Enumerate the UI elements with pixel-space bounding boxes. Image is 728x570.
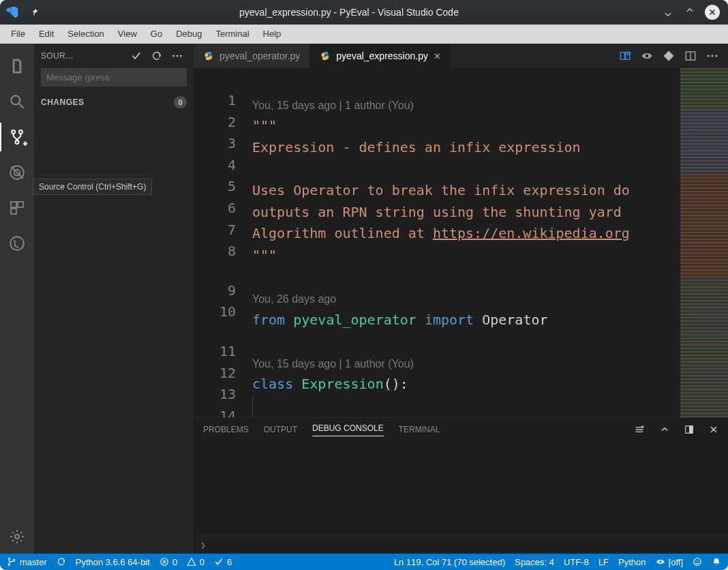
svg-point-22 (712, 55, 714, 57)
code-content[interactable]: You, 15 days ago | 1 author (You) """ Ex… (248, 68, 680, 417)
code-lens[interactable]: You, 26 days ago (252, 293, 336, 305)
commit-message-input[interactable] (41, 68, 187, 87)
sidebar-source-control: SOUR… CHANGES 0 (34, 44, 194, 554)
status-feedback-icon[interactable] (693, 557, 702, 567)
window-maximize-button[interactable] (683, 5, 697, 19)
debug-console-input[interactable]: ❯ (194, 536, 728, 554)
svg-point-27 (8, 564, 10, 566)
changes-count: 0 (174, 96, 187, 108)
menu-debug[interactable]: Debug (169, 25, 209, 44)
status-sync[interactable] (57, 557, 66, 567)
sidebar-title: SOUR… (41, 51, 125, 61)
window-minimize-button[interactable] (661, 5, 675, 19)
activity-bar: Source Control (Ctrl+Shift+G) (0, 44, 34, 554)
svg-rect-15 (620, 52, 624, 60)
code-lens[interactable]: You, 15 days ago | 1 author (You) (252, 358, 414, 370)
more-icon[interactable] (172, 54, 187, 58)
status-problems[interactable]: 0 0 (160, 557, 204, 567)
activity-source-control[interactable] (0, 120, 34, 154)
activity-debug[interactable] (0, 155, 34, 190)
commit-message-field[interactable] (41, 68, 187, 87)
svg-point-0 (11, 95, 20, 104)
svg-point-18 (646, 55, 649, 58)
status-notifications-icon[interactable] (712, 557, 721, 567)
panel-tab-bar: PROBLEMS OUTPUT DEBUG CONSOLE TERMINAL (194, 418, 728, 441)
activity-settings[interactable] (0, 520, 34, 554)
minimap[interactable] (680, 68, 728, 417)
panel-tab-terminal[interactable]: TERMINAL (399, 425, 440, 434)
menu-file[interactable]: File (4, 25, 32, 44)
changes-section[interactable]: CHANGES 0 (34, 92, 194, 112)
menu-terminal[interactable]: Terminal (209, 25, 256, 44)
status-indentation[interactable]: Spaces: 4 (515, 557, 554, 567)
activity-search[interactable] (0, 85, 34, 119)
titlebar: pyeval_expression.py - PyEval - Visual S… (0, 0, 728, 25)
python-file-icon (203, 50, 214, 61)
close-icon[interactable]: ✕ (434, 51, 441, 61)
svg-point-21 (708, 55, 710, 57)
pin-icon[interactable] (25, 7, 45, 17)
tab-bar: pyeval_operator.py pyeval_expression.py … (194, 44, 728, 68)
status-encoding[interactable]: UTF-8 (564, 557, 589, 567)
activity-tooltip: Source Control (Ctrl+Shift+G) (33, 179, 152, 195)
activity-gitlens[interactable] (0, 226, 34, 260)
body: Source Control (Ctrl+Shift+G) SOUR… CHAN… (0, 44, 728, 554)
collapse-icon[interactable] (660, 425, 669, 434)
more-icon[interactable] (706, 50, 718, 62)
svg-point-23 (716, 55, 718, 57)
svg-point-1 (12, 130, 15, 134)
svg-rect-16 (626, 52, 630, 60)
menu-help[interactable]: Help (256, 25, 288, 44)
svg-point-2 (19, 130, 22, 134)
refresh-icon[interactable] (151, 50, 166, 61)
debug-console-body[interactable] (194, 441, 728, 536)
split-editor-icon[interactable] (684, 50, 697, 62)
svg-point-10 (14, 240, 16, 242)
menu-view[interactable]: View (111, 25, 144, 44)
maximize-panel-icon[interactable] (684, 425, 694, 434)
python-file-icon (320, 50, 331, 61)
code-lens[interactable]: You, 15 days ago | 1 author (You) (252, 100, 414, 111)
menu-edit[interactable]: Edit (32, 25, 61, 44)
window-close-button[interactable] (705, 5, 720, 20)
diamond-icon[interactable] (663, 50, 675, 62)
svg-point-30 (659, 560, 662, 563)
status-cursor-position[interactable]: Ln 119, Col 71 (70 selected) (394, 557, 505, 567)
commit-icon[interactable] (131, 50, 146, 61)
status-branch[interactable]: master (7, 557, 47, 567)
svg-rect-8 (11, 209, 16, 214)
svg-point-26 (8, 558, 10, 560)
panel-tab-debug-console[interactable]: DEBUG CONSOLE (312, 423, 384, 436)
menu-selection[interactable]: Selection (61, 25, 110, 44)
activity-extensions[interactable] (0, 191, 34, 225)
svg-point-33 (698, 560, 699, 561)
svg-rect-7 (18, 202, 23, 207)
svg-rect-6 (11, 202, 16, 207)
code-editor[interactable]: 1 2 3 4 5 6 7 8 9 10 11 12 13 14 You, 15… (194, 68, 728, 417)
clear-icon[interactable] (634, 424, 645, 435)
status-coverage[interactable]: [off] (656, 557, 683, 567)
status-eol[interactable]: LF (598, 557, 609, 567)
svg-point-3 (16, 140, 19, 144)
compare-icon[interactable] (619, 50, 631, 62)
activity-explorer[interactable] (0, 49, 34, 83)
status-python[interactable]: Python 3.6.6 64-bit (76, 557, 150, 567)
tab-label: pyeval_operator.py (219, 50, 300, 61)
panel-tab-output[interactable]: OUTPUT (264, 425, 297, 434)
panel-tab-problems[interactable]: PROBLEMS (203, 425, 249, 434)
sidebar-header: SOUR… (34, 44, 194, 68)
status-checks[interactable]: 6 (214, 557, 232, 567)
window-title: pyeval_expression.py - PyEval - Visual S… (45, 7, 653, 18)
changes-label: CHANGES (41, 97, 174, 107)
window: pyeval_expression.py - PyEval - Visual S… (0, 0, 728, 570)
status-language[interactable]: Python (618, 557, 646, 567)
toggle-icon[interactable] (641, 50, 653, 62)
svg-point-11 (15, 535, 19, 539)
menubar: File Edit Selection View Go Debug Termin… (0, 25, 728, 44)
close-panel-icon[interactable] (709, 425, 718, 434)
menu-go[interactable]: Go (144, 25, 169, 44)
tab-pyeval-operator[interactable]: pyeval_operator.py (194, 44, 310, 68)
tab-pyeval-expression[interactable]: pyeval_expression.py ✕ (310, 44, 451, 68)
editor-actions (609, 44, 728, 68)
svg-rect-25 (689, 426, 693, 434)
